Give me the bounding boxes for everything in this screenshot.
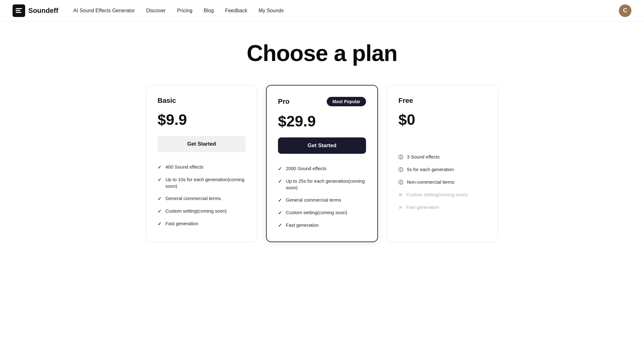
price-basic: $9.9 [158,111,246,128]
card-header-free: Free [398,97,486,105]
check-icon: ✓ [278,197,282,203]
plan-name-pro: Pro [278,97,290,106]
list-item: ⓘ 5s for each generation [398,166,486,173]
svg-rect-0 [16,8,22,9]
badge-most-popular: Most Popular [327,97,366,106]
logo-text: Soundeff [28,7,58,15]
list-item: ✕ Fast generation [398,204,486,211]
list-item: ⓘ Non-commercial terms [398,179,486,186]
main-content: Choose a plan Basic $9.9 Get Started ✓ 4… [133,21,511,267]
nav-blog[interactable]: Blog [204,8,214,14]
cross-icon: ✕ [398,204,402,211]
list-item: ✓ General commercial terms [158,195,246,202]
nav-links: AI Sound Effects Generator Discover Pric… [73,8,619,14]
pricing-cards: Basic $9.9 Get Started ✓ 400 Sound effec… [146,85,498,242]
nav-my-sounds[interactable]: My Sounds [258,8,284,14]
info-icon: ⓘ [398,166,403,173]
plan-name-basic: Basic [158,97,176,105]
check-icon: ✓ [278,222,282,229]
features-pro: ✓ 2000 Sound effects ✓ Up to 25s for eac… [278,165,366,229]
list-item: ✓ Up to 25s for each generation(coming s… [278,178,366,191]
get-started-basic[interactable]: Get Started [158,136,246,152]
check-icon: ✓ [158,208,162,214]
plan-card-pro: Pro Most Popular $29.9 Get Started ✓ 200… [266,85,378,242]
svg-rect-1 [16,10,20,11]
check-icon: ✓ [278,165,282,172]
list-item: ✓ Up to 10s for each generation(coming s… [158,176,246,189]
card-header-pro: Pro Most Popular [278,97,366,106]
list-item: ✓ Custom setting(coming soon) [158,208,246,214]
features-basic: ✓ 400 Sound effects ✓ Up to 10s for each… [158,164,246,227]
list-item: ✓ 400 Sound effects [158,164,246,170]
plan-card-basic: Basic $9.9 Get Started ✓ 400 Sound effec… [146,85,257,242]
list-item: ✓ Custom setting(coming soon) [278,209,366,216]
card-header-basic: Basic [158,97,246,105]
nav-discover[interactable]: Discover [146,8,166,14]
page-title: Choose a plan [146,40,498,66]
check-icon: ✓ [158,195,162,202]
list-item: ⓘ 3 Sound effects [398,153,486,160]
logo-icon [13,4,25,17]
list-item: ✓ Fast generation [158,220,246,227]
check-icon: ✓ [278,209,282,216]
plan-card-free: Free $0 ⓘ 3 Sound effects ⓘ 5s for each … [387,85,498,242]
info-icon: ⓘ [398,154,403,160]
get-started-pro[interactable]: Get Started [278,137,366,154]
svg-rect-2 [16,12,21,13]
check-icon: ✓ [158,176,162,183]
features-free: ⓘ 3 Sound effects ⓘ 5s for each generati… [398,153,486,211]
list-item: ✓ 2000 Sound effects [278,165,366,172]
list-item: ✓ Fast generation [278,222,366,229]
user-avatar[interactable]: C [619,4,631,17]
plan-name-free: Free [398,97,413,105]
list-item: ✕ Custom setting(coming soon) [398,191,486,198]
info-icon: ⓘ [398,179,403,186]
price-free: $0 [398,111,486,128]
nav-generator[interactable]: AI Sound Effects Generator [73,8,135,14]
check-icon: ✓ [278,178,282,185]
nav-feedback[interactable]: Feedback [225,8,247,14]
check-icon: ✓ [158,220,162,227]
price-pro: $29.9 [278,113,366,130]
cross-icon: ✕ [398,192,402,198]
logo-link[interactable]: Soundeff [13,4,58,17]
check-icon: ✓ [158,164,162,170]
nav-pricing[interactable]: Pricing [177,8,192,14]
navbar: Soundeff AI Sound Effects Generator Disc… [0,0,644,21]
list-item: ✓ General commercial terms [278,197,366,203]
